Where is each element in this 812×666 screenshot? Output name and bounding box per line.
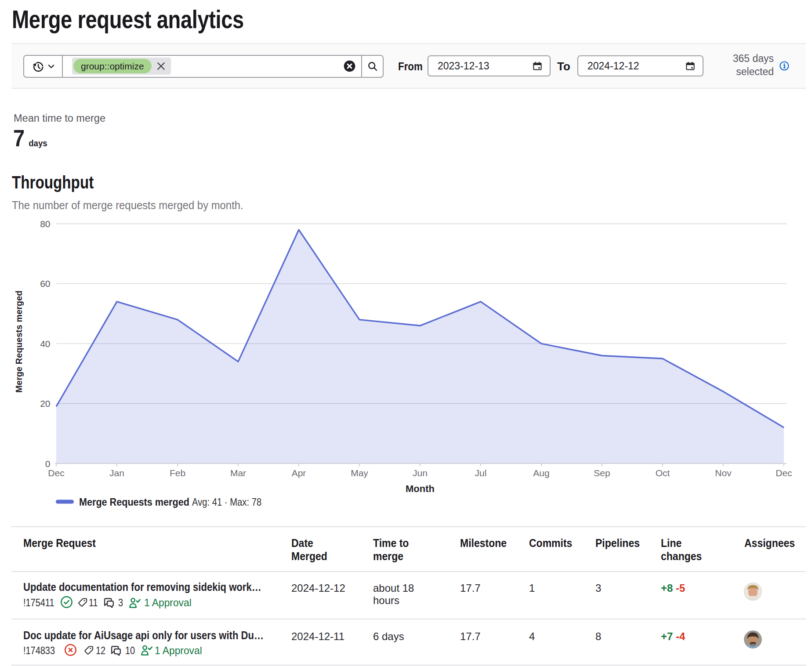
svg-text:Jun: Jun [413, 468, 428, 478]
svg-text:80: 80 [40, 219, 50, 229]
svg-text:Avg: 41 · Max: 78: Avg: 41 · Max: 78 [192, 496, 261, 508]
svg-text:Jul: Jul [475, 468, 487, 478]
svg-text:Dec: Dec [776, 468, 792, 478]
svg-text:Mar: Mar [230, 468, 246, 478]
svg-text:40: 40 [40, 339, 50, 349]
svg-text:Jan: Jan [109, 468, 124, 478]
svg-text:Merge Requests merged: Merge Requests merged [14, 290, 24, 392]
svg-text:20: 20 [40, 398, 50, 409]
svg-text:0: 0 [45, 459, 51, 469]
svg-text:Sep: Sep [594, 468, 610, 478]
svg-text:Dec: Dec [48, 468, 64, 478]
svg-text:May: May [351, 468, 368, 478]
svg-text:60: 60 [40, 279, 50, 289]
svg-text:Oct: Oct [656, 468, 670, 478]
svg-text:Feb: Feb [170, 468, 185, 478]
svg-text:Month: Month [406, 483, 435, 494]
svg-text:Aug: Aug [533, 468, 549, 478]
svg-text:Merge Requests merged: Merge Requests merged [79, 496, 189, 508]
svg-text:Apr: Apr [292, 468, 306, 478]
svg-text:Nov: Nov [715, 468, 732, 478]
